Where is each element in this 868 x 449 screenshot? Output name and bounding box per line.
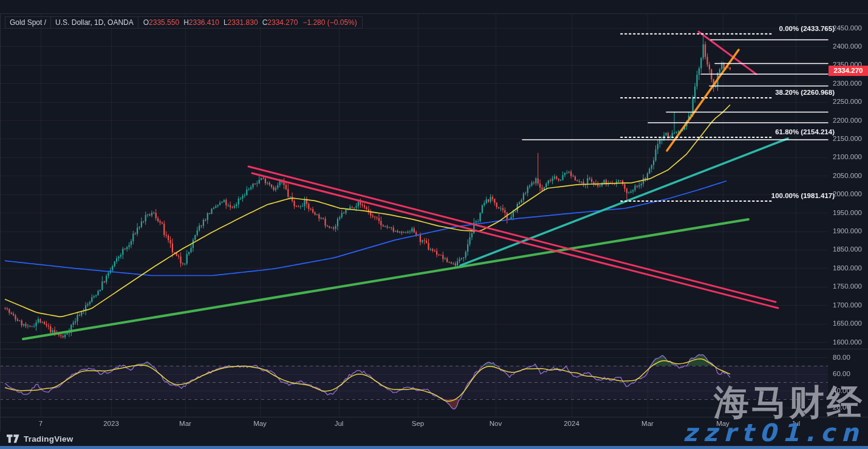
ohlc-key: C — [262, 18, 268, 27]
tradingview-brand-name: TradingView — [24, 434, 73, 444]
time-axis-label: Mar — [641, 420, 654, 427]
fib-label-0: 0.00% (2433.765) — [779, 25, 835, 32]
price-axis-label: 2400.000 — [833, 43, 862, 50]
price-axis-label: 2300.000 — [833, 80, 862, 87]
tradingview-published-chart: dacolmanfx published on TradingView.com,… — [0, 0, 868, 449]
price-axis-label: 1650.000 — [833, 320, 862, 327]
time-axis-label: Jul — [335, 420, 344, 427]
price-axis-border — [0, 13, 1, 431]
time-axis-label: Nov — [490, 420, 502, 427]
last-price-badge: 2334.270 — [829, 66, 868, 76]
ohlc-value: 2336.410 — [189, 18, 219, 27]
price-axis-label: 2250.000 — [833, 98, 862, 105]
symbol-name[interactable]: Gold Spot / — [5, 17, 51, 28]
pane-divider — [0, 13, 868, 14]
price-axis-label: 2000.000 — [833, 190, 862, 197]
ohlc-key: O — [143, 18, 149, 27]
ohlc-value: 2335.550 — [149, 18, 179, 27]
price-axis-label: 1800.000 — [833, 264, 862, 272]
rsi-axis-label: 80.00 — [833, 354, 850, 361]
time-axis-label: May — [253, 420, 267, 427]
fib-label-3: 100.00% (1981.417) — [771, 192, 835, 199]
ohlc-value: 2331.830 — [228, 18, 258, 27]
tradingview-logo-icon — [7, 434, 19, 444]
price-axis-label: 2450.000 — [833, 24, 862, 32]
ohlc-pair: H2336.410 — [183, 18, 219, 27]
ohlc-key: H — [183, 18, 189, 27]
price-axis-label: 2050.000 — [833, 172, 862, 179]
time-axis-label: Jul — [791, 420, 801, 427]
time-axis-label: Mar — [179, 420, 191, 427]
rsi-axis-label: 20.00 — [833, 403, 850, 411]
fib-label-2: 61.80% (2154.214) — [775, 128, 835, 135]
time-axis-label: 7 — [39, 420, 43, 427]
price-axis-label: 1850.000 — [833, 245, 862, 253]
ohlc-key: L — [224, 18, 228, 27]
time-axis-label: Sep — [412, 420, 424, 427]
price-axis-label: 1950.000 — [833, 209, 862, 216]
ohlc-pair: L2331.830 — [224, 18, 258, 27]
rsi-axis-label: 60.00 — [833, 370, 850, 377]
fib-label-1: 38.20% (2260.968) — [775, 89, 835, 96]
ohlc-value: 2334.270 — [267, 18, 298, 27]
ohlc-pair: O2335.550 — [143, 18, 179, 27]
symbol-details[interactable]: U.S. Dollar, 1D, OANDA — [51, 17, 138, 28]
footer-bar: TradingView — [0, 431, 868, 446]
price-axis-label: 1600.000 — [833, 338, 862, 346]
time-axis[interactable]: 72023MarMayJulSepNov2024MarMayJul — [0, 417, 868, 431]
ohlc-values: O2335.550H2336.410L2331.830C2334.270 — [138, 18, 303, 27]
time-axis-label: 2023 — [103, 420, 119, 427]
price-axis-label: 2200.000 — [833, 117, 862, 124]
ohlc-pair: C2334.270 — [262, 18, 298, 27]
tradingview-brand-link[interactable]: TradingView — [0, 434, 73, 444]
pane-divider[interactable] — [0, 349, 868, 349]
time-axis-label: May — [716, 420, 730, 427]
price-axis-label: 2100.000 — [833, 153, 862, 160]
time-axis-label: 2024 — [564, 420, 579, 427]
rsi-axis-label: 40.00 — [833, 387, 850, 394]
price-axis-label: 1700.000 — [833, 301, 862, 309]
symbol-legend[interactable]: Gold Spot / U.S. Dollar, 1D, OANDA O2335… — [5, 16, 363, 29]
price-axis-label: 1750.000 — [833, 283, 862, 290]
price-axis-label: 2150.000 — [833, 135, 862, 142]
chart-canvas[interactable] — [0, 0, 868, 449]
price-axis-label: 1900.000 — [833, 227, 862, 235]
watermark-blue-bar — [0, 446, 868, 449]
change-value: −1.280 (−0.05%) — [302, 18, 361, 27]
